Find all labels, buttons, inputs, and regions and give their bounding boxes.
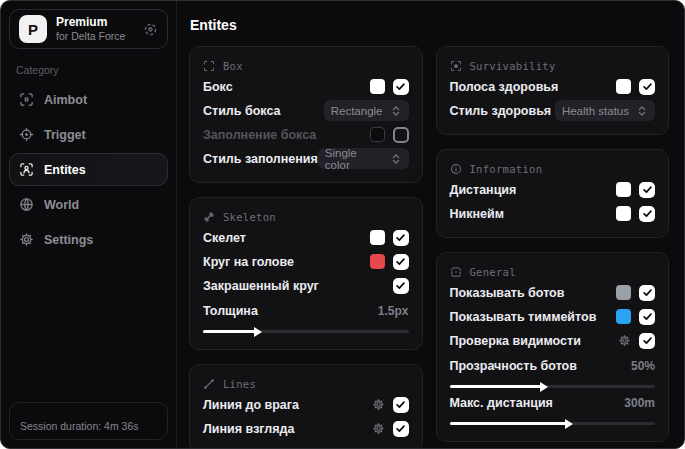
dropdown-select[interactable]: Single color [318,148,409,169]
settings-icon[interactable] [618,334,631,347]
color-swatch[interactable] [616,285,631,300]
column-1: BoxБоксСтиль боксаRectangleЗаполнение бо… [189,46,423,448]
setting-row: Закрашенный круг [203,274,409,297]
row-controls [370,230,409,246]
survivability-icon [450,60,462,72]
row-controls: Health status [555,100,655,121]
setting-label: Показывать ботов [450,286,565,300]
main-panel: Entites BoxБоксСтиль боксаRectangleЗапол… [177,1,684,448]
check-icon [642,208,653,219]
sync-icon[interactable] [143,22,158,37]
sidebar-item-world[interactable]: World [9,188,168,221]
sidebar-item-settings[interactable]: Settings [9,223,168,256]
color-swatch[interactable] [370,127,385,142]
sidebar-item-label: Settings [44,233,93,247]
row-controls [618,333,655,349]
sidebar-item-label: Trigget [44,128,86,142]
card-title: General [470,266,516,278]
app-window: P Premium for Delta Force Category Aimbo… [0,0,685,449]
slider-thumb[interactable] [540,382,548,392]
row-controls [370,127,409,143]
row-controls [616,285,655,301]
card-skeleton: SkeletonСкелетКруг на головеЗакрашенный … [189,197,423,350]
crosshair-icon [19,127,34,142]
session-duration-label: Session duration: 4m 36s [20,420,138,432]
setting-label: Стиль здоровья [450,104,552,118]
checkbox[interactable] [639,182,655,198]
setting-row: Полоса здоровья [450,75,656,98]
color-swatch[interactable] [616,182,631,197]
checkbox[interactable] [639,79,655,95]
slider-thumb[interactable] [565,419,573,429]
color-swatch[interactable] [370,230,385,245]
checkbox[interactable] [393,127,409,143]
card-title: Lines [223,378,256,390]
sidebar-item-trigget[interactable]: Trigget [9,118,168,151]
setting-row: Заполнение бокса [203,123,409,146]
card-title: Survivability [470,60,556,72]
slider-value: 1.5px [378,304,409,318]
check-icon [395,399,406,410]
dropdown-select[interactable]: Rectangle [324,100,409,121]
person-scan-icon [19,162,34,177]
setting-row: Линия взгляда [203,417,409,440]
checkbox[interactable] [393,278,409,294]
color-swatch[interactable] [616,309,631,324]
color-swatch[interactable] [370,79,385,94]
checkbox[interactable] [393,421,409,437]
checkbox[interactable] [639,333,655,349]
dropdown-select[interactable]: Health status [555,100,655,121]
slider-track[interactable] [450,422,656,425]
slider-track[interactable] [450,385,656,388]
slider-thumb[interactable] [254,327,262,337]
setting-row: Скелет [203,226,409,249]
settings-icon[interactable] [372,422,385,435]
card-header: Skeleton [203,207,409,226]
color-swatch[interactable] [616,206,631,221]
setting-label: Проверка видимости [450,334,581,348]
sidebar-item-aimbot[interactable]: Aimbot [9,83,168,116]
checkbox[interactable] [639,285,655,301]
card-header: Lines [203,374,409,393]
dropdown-value: Rectangle [331,105,383,117]
card-title: Skeleton [223,211,276,223]
setting-row: Проверка видимости [450,329,656,352]
checkbox[interactable] [393,79,409,95]
setting-label: Показывать тиммейтов [450,310,597,324]
card-header: General [450,262,656,281]
slider-track[interactable] [203,330,409,333]
color-swatch[interactable] [616,79,631,94]
checkbox[interactable] [393,230,409,246]
brand-subtitle: for Delta Force [56,30,134,43]
card-title: Box [223,60,243,72]
column-2: SurvivabilityПолоса здоровьяСтиль здоров… [436,46,670,442]
check-icon [395,256,406,267]
settings-icon[interactable] [372,398,385,411]
check-icon [395,423,406,434]
check-icon [642,287,653,298]
sidebar-nav: AimbotTriggetEntitesWorldSettings [9,83,168,256]
setting-label: Бокс [203,80,233,94]
check-icon [642,311,653,322]
checkbox[interactable] [393,397,409,413]
setting-row: Показывать ботов [450,281,656,304]
card-header: Box [203,56,409,75]
setting-label: Прозрачность ботов [450,359,577,373]
setting-label: Никнейм [450,207,504,221]
slider-value: 300m [624,396,655,410]
card-information: InformationДистанцияНикнейм [436,149,670,238]
checkbox[interactable] [393,254,409,270]
card-header: Information [450,159,656,178]
checkbox[interactable] [639,206,655,222]
sidebar-item-entites[interactable]: Entites [9,153,168,186]
globe-icon [19,197,34,212]
row-controls [370,254,409,270]
sidebar-item-label: Aimbot [44,93,87,107]
card-columns: BoxБоксСтиль боксаRectangleЗаполнение бо… [189,46,669,448]
color-swatch[interactable] [370,254,385,269]
checkbox[interactable] [639,309,655,325]
gear-icon [19,232,34,247]
check-icon [642,184,653,195]
card-general: GeneralПоказывать ботовПоказывать тиммей… [436,252,670,442]
setting-row: Стиль здоровьяHealth status [450,99,656,122]
